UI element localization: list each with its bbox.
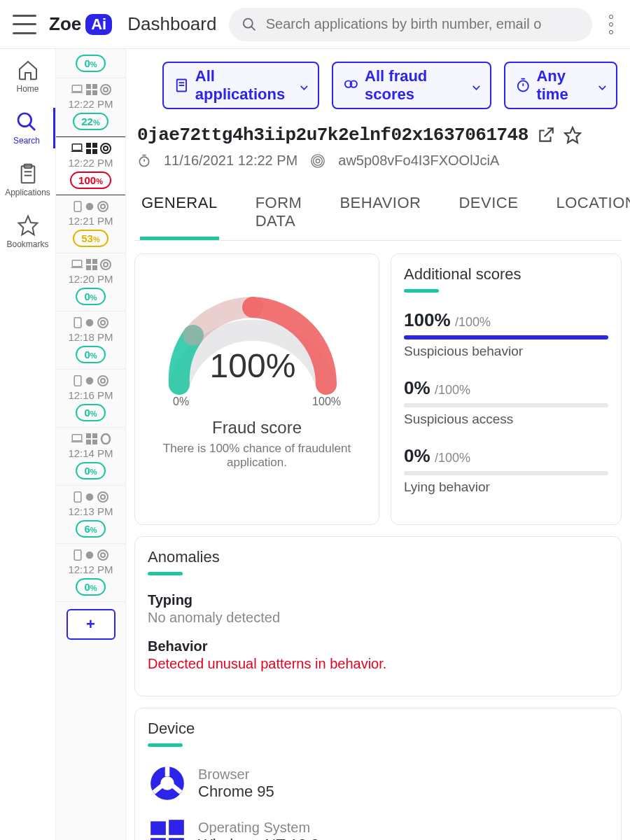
mini-list-item[interactable]: 12:14 PM0% [56, 428, 125, 486]
top-bar: Zoe Ai Dashboard [0, 0, 630, 49]
score-max: /100% [435, 451, 470, 465]
svg-point-53 [85, 493, 93, 501]
page-title: Dashboard [127, 13, 216, 35]
mini-list-item[interactable]: 12:18 PM0% [56, 312, 125, 370]
device-row: BrowserChrome 95 [148, 764, 608, 803]
tab-general[interactable]: GENERAL [140, 187, 219, 240]
svg-rect-31 [86, 259, 91, 264]
svg-rect-22 [92, 149, 97, 154]
score-value: 0% [404, 377, 430, 398]
filter-fraud-scores[interactable]: All fraud scores ⌵ [332, 62, 491, 109]
left-nav: Home Search Applications Bookmarks [0, 49, 56, 840]
mini-list-item[interactable]: 12:21 PM53% [56, 195, 125, 253]
gauge-chart: 100% [148, 265, 358, 398]
score-pill: 6% [76, 520, 105, 538]
svg-rect-37 [74, 318, 81, 328]
score-pill: 0% [76, 462, 105, 479]
nav-label: Home [16, 84, 38, 94]
svg-rect-49 [86, 440, 91, 444]
star-icon [17, 214, 39, 237]
score-pill: 0% [76, 578, 105, 596]
anomaly-text: No anomaly detected [148, 610, 608, 626]
section-title: Additional scores [404, 265, 608, 284]
score-bar [404, 471, 608, 475]
filter-time[interactable]: Any time ⌵ [504, 62, 617, 109]
score-max: /100% [455, 315, 491, 329]
windows-icon [148, 817, 187, 840]
score-bar [404, 335, 608, 340]
svg-point-51 [102, 434, 110, 444]
score-pill: 0% [76, 288, 105, 305]
mini-list-item[interactable]: 12:13 PM6% [56, 486, 125, 544]
tab-form-data[interactable]: FORM DATA [254, 187, 304, 240]
gauge-max: 100% [312, 396, 341, 408]
nav-search[interactable]: Search [0, 108, 55, 148]
gauge-description: There is 100% chance of fraudulent appli… [148, 442, 366, 470]
mini-application-list[interactable]: 0%12:22 PM22%12:22 PM100%12:21 PM53%12:2… [56, 49, 126, 840]
search-box[interactable] [229, 8, 592, 41]
mini-list-item[interactable]: 12:22 PM22% [56, 78, 125, 136]
tab-behavior[interactable]: BEHAVIOR [338, 187, 422, 240]
svg-rect-9 [72, 85, 82, 92]
svg-marker-68 [565, 127, 580, 143]
clipboard-icon [17, 162, 39, 185]
mini-time: 12:22 PM [60, 157, 121, 169]
mini-list-item[interactable]: 0% [56, 49, 125, 78]
add-button[interactable]: + [66, 609, 115, 640]
mini-time: 12:22 PM [60, 98, 121, 110]
svg-rect-14 [92, 90, 97, 95]
application-timestamp: 11/16/2021 12:22 PM [164, 153, 298, 169]
mini-time: 12:12 PM [60, 564, 121, 575]
device-card: Device BrowserChrome 95Operating SystemW… [134, 708, 622, 840]
score-block: 0% /100%Lying behavior [404, 445, 608, 495]
device-value: Chrome 95 [198, 783, 274, 801]
device-icons [60, 375, 121, 386]
logo-badge: Ai [85, 14, 112, 35]
svg-rect-25 [74, 202, 81, 211]
external-link-icon[interactable] [537, 126, 555, 144]
nav-bookmarks[interactable]: Bookmarks [0, 211, 55, 252]
score-label: Suspicious behavior [404, 344, 608, 359]
more-button[interactable] [605, 15, 617, 34]
tab-device[interactable]: DEVICE [457, 187, 519, 240]
nav-label: Bookmarks [6, 239, 48, 249]
svg-point-44 [101, 379, 105, 383]
mini-time: 12:18 PM [60, 331, 121, 343]
mini-list-item[interactable]: 12:12 PM0% [56, 544, 125, 602]
section-title: Anomalies [148, 548, 608, 566]
application-hash: aw5p08vFo4I3FXOOlJciA [338, 153, 499, 169]
svg-point-23 [101, 144, 111, 153]
svg-point-69 [139, 157, 148, 166]
svg-point-40 [101, 321, 105, 325]
svg-rect-34 [92, 265, 97, 270]
search-input[interactable] [266, 16, 580, 32]
tab-location[interactable]: LOCATION [554, 187, 630, 240]
menu-button[interactable] [13, 15, 36, 34]
svg-line-1 [251, 26, 255, 30]
mini-list-item[interactable]: 12:16 PM0% [56, 370, 125, 428]
nav-home[interactable]: Home [0, 56, 55, 97]
score-pill: 0% [76, 404, 105, 421]
svg-rect-13 [86, 90, 91, 95]
bookmark-star-icon[interactable] [564, 126, 582, 144]
svg-marker-8 [18, 216, 37, 235]
mini-list-item[interactable]: 12:20 PM0% [56, 253, 125, 312]
filter-applications[interactable]: All applications ⌵ [162, 62, 319, 109]
svg-text:100%: 100% [210, 347, 296, 384]
mini-time: 12:14 PM [60, 447, 121, 459]
svg-point-57 [85, 552, 93, 559]
chevron-down-icon: ⌵ [300, 78, 308, 93]
svg-rect-33 [86, 265, 91, 270]
shield-icon [343, 76, 359, 94]
score-pill: 53% [73, 230, 108, 247]
svg-rect-47 [86, 433, 91, 438]
mini-list-item[interactable]: 12:22 PM100% [56, 136, 125, 195]
svg-point-24 [104, 146, 108, 150]
svg-rect-19 [86, 143, 91, 148]
logo[interactable]: Zoe Ai [49, 13, 112, 35]
svg-point-0 [244, 18, 253, 27]
device-icons [60, 491, 121, 503]
svg-rect-29 [72, 260, 82, 267]
svg-rect-20 [92, 143, 97, 148]
nav-applications[interactable]: Applications [0, 160, 55, 200]
